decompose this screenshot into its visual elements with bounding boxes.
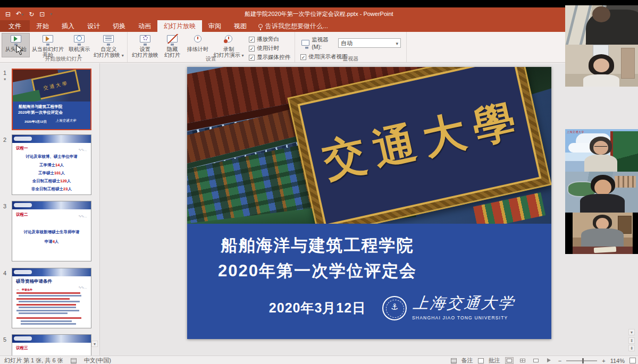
from-current-slide-icon [41, 35, 54, 45]
checkbox-checked-icon: ✓ [249, 37, 255, 43]
window-panes [566, 5, 578, 45]
titlebar: ⊟ ↶▾ ↻ ⊡ ▾ 船建学院2020年第一次学位评定会议程.pptx - Po… [0, 7, 638, 20]
tab-design[interactable]: 设计 [81, 20, 106, 32]
sjtu-logo-english: SHANGHAI JIAO TONG UNIVERSITY [412, 315, 536, 320]
participant-face [596, 218, 609, 230]
lightbulb-icon [258, 24, 263, 28]
rehearse-timings-icon [191, 35, 204, 45]
setup-slideshow-button[interactable]: 设置幻灯片放映 [130, 33, 161, 57]
custom-slideshow-button[interactable]: 自定义幻灯片放映 ▾ [93, 33, 125, 57]
tab-slideshow-active[interactable]: 幻灯片放映 [157, 20, 202, 32]
thumbnail-slide-2[interactable]: 议程一 ∿∿﹏ 讨论及审核博、硕士学位申请 工学博士14人 工学硕士101人 全… [12, 134, 91, 195]
participant-suit [580, 194, 625, 213]
scrollbar-down-arrow[interactable]: ▾ [628, 329, 635, 335]
zoom-level-label[interactable]: 114% [610, 358, 625, 364]
comments-toggle[interactable]: 批注 [489, 357, 500, 364]
glasses [594, 146, 607, 149]
slide-sorter-view-button[interactable] [518, 357, 527, 364]
tab-insert[interactable]: 插入 [55, 20, 81, 32]
from-beginning-icon [10, 35, 22, 45]
signature-mark: ∿∿﹏ [78, 147, 87, 153]
tell-me-box[interactable]: 告诉我您想要做什么... [253, 20, 333, 32]
group-label-setup: 设置 [128, 56, 295, 62]
checkbox-checked-icon: ✓ [249, 46, 255, 52]
campus-buildings-decor [615, 176, 636, 188]
thumb-number: 5 [3, 336, 6, 343]
thumb2-header [12, 135, 91, 143]
thumb1-photo: 交通大學 [13, 70, 90, 101]
tab-review[interactable]: 审阅 [202, 20, 228, 32]
slide-title-line2: 2020年第一次学位评定会 [203, 260, 432, 282]
signature-mark: ∿∿﹏ [78, 285, 87, 290]
webcam-tile-4[interactable] [565, 172, 638, 213]
ribbon: 从头开始 从当前幻灯片开始 联机演示▾ 自定义幻灯片放映 ▾ 开始放映幻灯片 [0, 32, 638, 63]
monitor-label: 监视器(M): [312, 36, 335, 50]
tab-file[interactable]: 文件 [0, 20, 30, 32]
thumbnail-slide-4[interactable]: 硕导资格申请条件 ∿∿﹏ 一、申请条件 [12, 268, 91, 328]
thumbnail-slide-5[interactable]: 议程三 [12, 334, 91, 355]
thumb4-header [12, 268, 91, 276]
notes-icon [451, 358, 457, 363]
zoom-slider-thumb[interactable] [582, 358, 584, 363]
powerpoint-window: ⊟ ↶▾ ↻ ⊡ ▾ 船建学院2020年第一次学位评定会议程.pptx - Po… [0, 7, 638, 357]
previous-slide-button[interactable]: ⇞ [628, 337, 635, 344]
sjtu-watermark: 上海交通大学 [567, 130, 584, 133]
tab-view[interactable]: 视图 [228, 20, 253, 32]
status-bar: 幻灯片 第 1 张, 共 6 张 中文(中国) 备注 批注 − + 114% [0, 355, 638, 364]
signature-mark: ∿∿﹏ [78, 214, 87, 219]
thumbnail-slide-3[interactable]: 议程二 ∿∿﹏ 讨论及审核新增硕士生导师申请 申请4人 [12, 201, 91, 261]
slide-photo-gate: 交通大學 [187, 67, 551, 224]
webcam-tile-2[interactable] [565, 45, 638, 87]
thumbnail-slide-1[interactable]: 交通大學 船舶海洋与建筑工程学院 2020年第一次学位评定会 2020年3月12… [12, 69, 91, 130]
thumb-number: 3 [3, 203, 6, 209]
sjtu-logo: 上海交通大学 SHANGHAI JIAO TONG UNIVERSITY [382, 292, 536, 329]
slide-canvas[interactable]: 交通大學 船舶海洋与建筑工程学院 2020年第一次学位评定会 2020年3月12… [187, 67, 551, 339]
thumbnail-scroll-down-button[interactable]: ▾ [91, 341, 98, 347]
reading-view-button[interactable] [532, 357, 540, 364]
slide-thumbnail-panel[interactable]: 1 * 交通大學 船舶海洋与建筑工程学院 2020年第一次学位评定会 2020年… [0, 63, 100, 355]
participant-shoulders [583, 74, 619, 87]
animation-star: * [4, 77, 6, 83]
thumb5-header [12, 335, 91, 343]
webcam-tile-1[interactable] [565, 5, 638, 45]
thumb-number: 1 [3, 70, 6, 76]
participant-shoulders [584, 155, 617, 172]
record-slideshow-icon [222, 35, 235, 45]
sjtu-logo-chinese: 上海交通大学 [412, 293, 536, 314]
thumb1-band: 船舶海洋与建筑工程学院 2020年第一次学位评定会 2020年3月12日 上海交… [13, 101, 90, 129]
notes-toggle[interactable]: 备注 [461, 357, 473, 364]
present-online-icon [73, 35, 86, 45]
tab-transitions[interactable]: 切换 [106, 20, 132, 32]
zoom-slider[interactable] [566, 360, 597, 361]
next-slide-button[interactable]: ⇟ [628, 345, 635, 351]
webcam-tile-5[interactable] [565, 213, 638, 254]
group-label-monitors: 监视器 [295, 56, 406, 62]
from-current-slide-button[interactable]: 从当前幻灯片开始 [29, 33, 66, 57]
mouse-cursor [16, 45, 23, 55]
normal-view-button[interactable] [505, 357, 514, 364]
fit-to-window-icon[interactable] [629, 358, 636, 363]
monitor-dropdown[interactable]: 自动 [338, 38, 401, 48]
participant-face [594, 180, 611, 196]
plaque-calligraphy: 交通大學 [309, 90, 530, 192]
use-timings-checkbox[interactable]: ✓ 使用计时 [249, 45, 290, 52]
slide-count-label: 幻灯片 第 1 张, 共 6 张 [4, 357, 63, 364]
play-narrations-checkbox[interactable]: ✓ 播放旁白 [249, 36, 290, 43]
thumb3-header [12, 201, 91, 209]
participant-sweater [581, 228, 624, 247]
record-slideshow-button[interactable]: 录制幻灯片演示 ▾ [212, 33, 246, 57]
present-online-button[interactable]: 联机演示▾ [66, 33, 92, 57]
tab-animations[interactable]: 动画 [132, 20, 157, 32]
input-method-icon[interactable] [71, 358, 77, 363]
hide-slide-button[interactable]: 隐藏幻灯片 [161, 33, 184, 57]
zoom-in-button[interactable]: + [602, 358, 605, 364]
workspace: 1 * 交通大學 船舶海洋与建筑工程学院 2020年第一次学位评定会 2020年… [0, 63, 638, 355]
zoom-out-button[interactable]: − [558, 358, 561, 364]
language-label[interactable]: 中文(中国) [84, 357, 111, 364]
rehearse-timings-button[interactable]: 排练计时 [184, 33, 212, 57]
monitor-icon [300, 39, 309, 47]
webcam-tile-3[interactable]: 上海交通大学 [565, 129, 638, 172]
thumb-number: 4 [3, 270, 6, 276]
slideshow-view-button[interactable] [545, 357, 553, 364]
tab-home[interactable]: 开始 [30, 20, 55, 32]
